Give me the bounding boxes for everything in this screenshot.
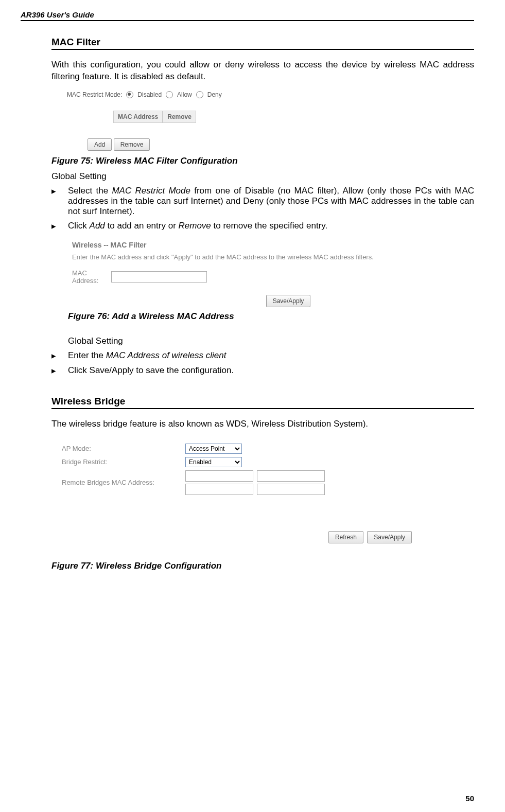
gs2-b1-pre: Enter the bbox=[68, 350, 106, 360]
page-number: 50 bbox=[465, 794, 474, 803]
bullet-enter-mac: ▸ Enter the MAC Address of wireless clie… bbox=[51, 350, 474, 361]
b1-pre: Select the bbox=[68, 186, 112, 196]
section-wireless-bridge-title: Wireless Bridge bbox=[51, 396, 474, 409]
mac-address-input[interactable] bbox=[111, 271, 207, 283]
mac-address-label: MAC Address: bbox=[72, 269, 103, 285]
mac-filter-intro: With this configuration, you could allow… bbox=[51, 59, 474, 83]
figure-77-screenshot: AP Mode: Access Point Bridge Restrict: E… bbox=[57, 438, 412, 543]
th-remove: Remove bbox=[163, 111, 196, 123]
bullet-marker-icon: ▸ bbox=[51, 365, 68, 376]
figure-77-caption: Figure 77: Wireless Bridge Configuration bbox=[51, 561, 474, 571]
radio-deny-label: Deny bbox=[207, 91, 222, 98]
radio-disabled-label: Disabled bbox=[137, 91, 162, 98]
b2-i1: Add bbox=[90, 221, 105, 231]
save-apply-button[interactable]: Save/Apply bbox=[266, 295, 311, 307]
global-setting-1: Global Setting bbox=[51, 171, 474, 182]
remote-bridges-label: Remote Bridges MAC Address: bbox=[62, 479, 185, 486]
remote-mac-2[interactable] bbox=[257, 470, 325, 482]
remote-mac-4[interactable] bbox=[257, 484, 325, 495]
section-mac-filter-title: MAC Filter bbox=[51, 37, 474, 50]
bullet-click-add-remove: ▸ Click Add to add an entry or Remove to… bbox=[51, 221, 474, 232]
add-button[interactable]: Add bbox=[88, 138, 112, 151]
radio-allow-label: Allow bbox=[177, 91, 192, 98]
b2-pre: Click bbox=[68, 221, 90, 231]
ap-mode-select[interactable]: Access Point bbox=[185, 444, 242, 454]
figure-75-caption: Figure 75: Wireless MAC Filter Configura… bbox=[51, 156, 474, 166]
remote-mac-3[interactable] bbox=[185, 484, 253, 495]
radio-deny[interactable] bbox=[196, 91, 203, 98]
mac-table-header: MAC Address Remove bbox=[113, 111, 273, 123]
b2-mid: to add an entry or bbox=[105, 221, 179, 231]
radio-allow[interactable] bbox=[166, 91, 173, 98]
wireless-bridge-intro: The wireless bridge feature is also know… bbox=[51, 418, 474, 430]
th-mac-address: MAC Address bbox=[113, 111, 163, 123]
gs2-b2: Click Save/Apply to save the configurati… bbox=[68, 365, 474, 376]
bullet-marker-icon: ▸ bbox=[51, 350, 68, 361]
bullet-click-save: ▸ Click Save/Apply to save the configura… bbox=[51, 365, 474, 376]
figure-76-caption: Figure 76: Add a Wireless MAC Address bbox=[68, 311, 474, 322]
b2-post: to remove the specified entry. bbox=[211, 221, 327, 231]
ap-mode-label: AP Mode: bbox=[62, 445, 185, 452]
global-setting-2: Global Setting bbox=[68, 336, 474, 346]
radio-disabled[interactable] bbox=[126, 91, 133, 98]
gs2-b1-i: MAC Address of wireless client bbox=[106, 350, 227, 360]
bullet-select-mode: ▸ Select the MAC Restrict Mode from one … bbox=[51, 186, 474, 217]
figure-76-screenshot: Wireless -- MAC Filter Enter the MAC add… bbox=[57, 236, 402, 307]
remove-button[interactable]: Remove bbox=[114, 138, 150, 151]
bullet-marker-icon: ▸ bbox=[51, 221, 68, 232]
wireless-mac-filter-desc: Enter the MAC address and click "Apply" … bbox=[72, 253, 402, 261]
remote-mac-1[interactable] bbox=[185, 470, 253, 482]
mac-restrict-mode-label: MAC Restrict Mode: bbox=[67, 91, 122, 98]
refresh-button[interactable]: Refresh bbox=[328, 531, 363, 543]
header-title: AR396 User's Guide bbox=[21, 10, 474, 21]
b2-i2: Remove bbox=[179, 221, 211, 231]
b1-italic: MAC Restrict Mode bbox=[112, 186, 190, 196]
save-apply-button-2[interactable]: Save/Apply bbox=[367, 531, 412, 543]
bullet-marker-icon: ▸ bbox=[51, 186, 68, 197]
bridge-restrict-label: Bridge Restrict: bbox=[62, 458, 185, 466]
wireless-mac-filter-title: Wireless -- MAC Filter bbox=[72, 241, 402, 249]
figure-75-screenshot: MAC Restrict Mode: Disabled Allow Deny M… bbox=[57, 91, 273, 151]
bridge-restrict-select[interactable]: Enabled bbox=[185, 457, 242, 467]
